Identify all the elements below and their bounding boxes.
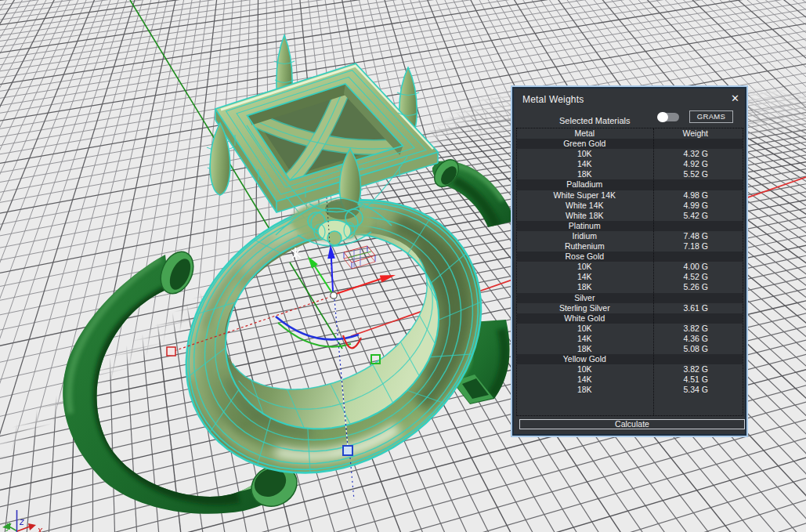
svg-text:z: z <box>19 516 24 527</box>
svg-text:x: x <box>37 525 43 532</box>
svg-text:y: y <box>5 520 12 531</box>
